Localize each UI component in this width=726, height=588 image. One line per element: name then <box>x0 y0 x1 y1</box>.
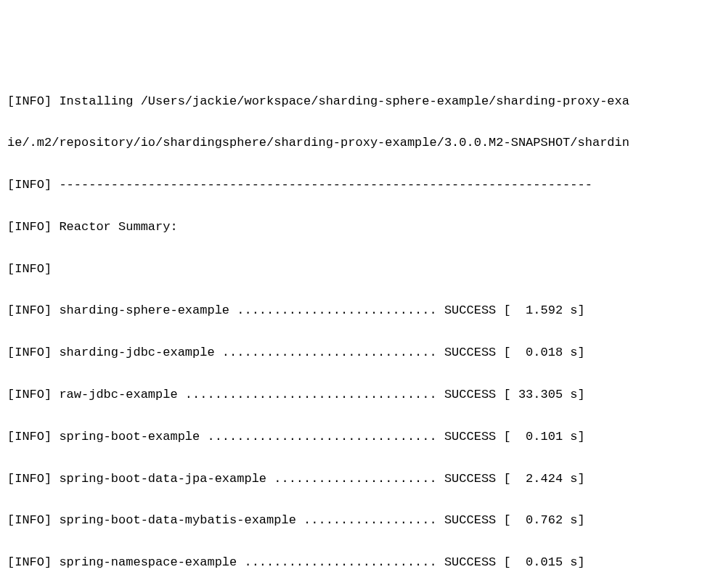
log-line: [INFO] raw-jdbc-example ................… <box>7 385 719 406</box>
log-line: [INFO] spring-boot-data-jpa-example ....… <box>7 469 719 490</box>
log-line: [INFO] sharding-jdbc-example ...........… <box>7 343 719 364</box>
log-line: [INFO] <box>7 259 719 280</box>
log-line: [INFO] spring-boot-example .............… <box>7 427 719 448</box>
log-line: ie/.m2/repository/io/shardingsphere/shar… <box>7 133 719 154</box>
log-line: [INFO] spring-namespace-example ........… <box>7 552 719 573</box>
log-line: [INFO] ---------------------------------… <box>7 175 719 196</box>
log-line: [INFO] Reactor Summary: <box>7 217 719 238</box>
log-line: [INFO] sharding-sphere-example .........… <box>7 301 719 322</box>
log-line: [INFO] Installing /Users/jackie/workspac… <box>7 91 719 113</box>
log-line: [INFO] spring-boot-data-mybatis-example … <box>7 510 719 531</box>
